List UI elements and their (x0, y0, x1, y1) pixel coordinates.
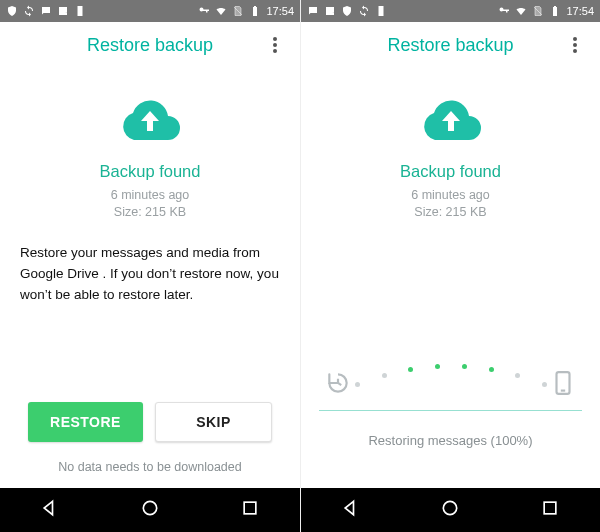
wifi-icon (515, 5, 527, 17)
app-header: Restore backup (301, 22, 600, 68)
nav-recent-button[interactable] (240, 498, 260, 522)
content-area: Backup found 6 minutes ago Size: 215 KB (301, 68, 600, 488)
vpn-key-icon (498, 5, 510, 17)
status-time: 17:54 (266, 5, 294, 17)
download-footnote: No data needs to be downloaded (0, 460, 300, 474)
content-area: Backup found 6 minutes ago Size: 215 KB … (0, 68, 300, 488)
svg-rect-5 (544, 502, 556, 514)
svg-rect-1 (244, 502, 256, 514)
no-sim-icon (532, 5, 544, 17)
backup-meta: 6 minutes ago Size: 215 KB (411, 187, 490, 221)
backup-age: 6 minutes ago (411, 187, 490, 204)
wifi-icon (215, 5, 227, 17)
page-title: Restore backup (387, 35, 513, 56)
status-bar: 17:54 (0, 0, 300, 22)
device-icon (74, 5, 86, 17)
backup-found-title: Backup found (400, 162, 501, 181)
more-vert-icon (573, 37, 577, 53)
nav-bar (301, 488, 600, 532)
progress-panel: Restoring messages (100%) (319, 364, 582, 448)
backup-size: Size: 215 KB (411, 204, 490, 221)
cloud-upload-icon (118, 96, 182, 148)
status-bar: 17:54 (301, 0, 600, 22)
backup-meta: 6 minutes ago Size: 215 KB (111, 187, 190, 221)
chat-icon (307, 5, 319, 17)
progress-text: Restoring messages (100%) (319, 433, 582, 448)
image-icon (57, 5, 69, 17)
backup-found-title: Backup found (100, 162, 201, 181)
status-time: 17:54 (566, 5, 594, 17)
restore-button[interactable]: RESTORE (28, 402, 143, 442)
no-sim-icon (232, 5, 244, 17)
sync-icon (358, 5, 370, 17)
nav-back-button[interactable] (40, 498, 60, 522)
app-header: Restore backup (0, 22, 300, 68)
backup-size: Size: 215 KB (111, 204, 190, 221)
skip-button[interactable]: SKIP (155, 402, 272, 442)
sync-icon (23, 5, 35, 17)
nav-bar (0, 488, 300, 532)
progress-dots (355, 364, 546, 392)
vpn-key-icon (198, 5, 210, 17)
overflow-menu-button[interactable] (560, 22, 590, 68)
history-icon (325, 370, 351, 400)
progress-bar (319, 410, 582, 411)
phone-left: 17:54 Restore backup Backup found 6 minu… (0, 0, 300, 532)
backup-age: 6 minutes ago (111, 187, 190, 204)
chat-icon (40, 5, 52, 17)
battery-icon (549, 5, 561, 17)
nav-home-button[interactable] (440, 498, 460, 522)
nav-back-button[interactable] (341, 498, 361, 522)
button-row: RESTORE SKIP (0, 402, 300, 442)
transfer-arc (319, 364, 582, 408)
phone-icon (550, 370, 576, 400)
nav-home-button[interactable] (140, 498, 160, 522)
overflow-menu-button[interactable] (260, 22, 290, 68)
shield-icon (341, 5, 353, 17)
nav-recent-button[interactable] (540, 498, 560, 522)
battery-icon (249, 5, 261, 17)
device-icon (375, 5, 387, 17)
page-title: Restore backup (87, 35, 213, 56)
shield-icon (6, 5, 18, 17)
more-vert-icon (273, 37, 277, 53)
svg-point-4 (444, 501, 457, 514)
svg-point-0 (143, 501, 156, 514)
cloud-upload-icon (419, 96, 483, 148)
phone-right: 17:54 Restore backup Backup found 6 minu… (300, 0, 600, 532)
restore-description: Restore your messages and media from Goo… (18, 243, 282, 306)
image-icon (324, 5, 336, 17)
